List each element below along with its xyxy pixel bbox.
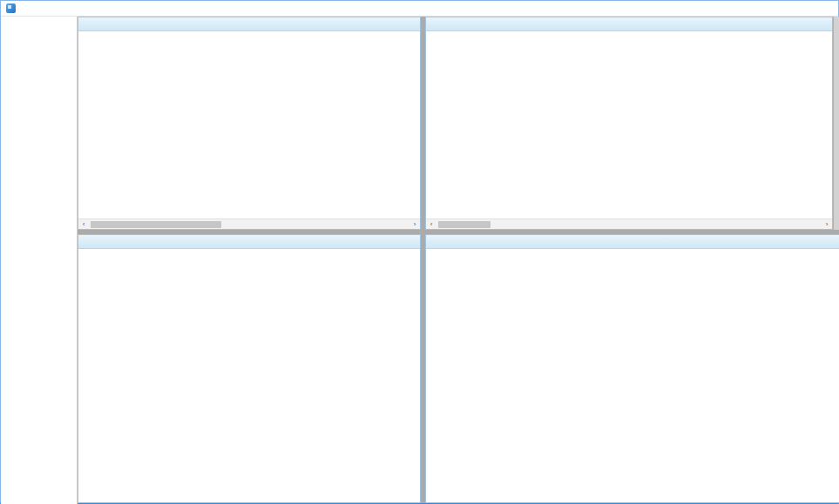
calibration-panel: [425, 234, 839, 503]
maximize-button[interactable]: [793, 1, 815, 16]
scroll-thumb[interactable]: [438, 221, 491, 228]
app-icon: [6, 3, 16, 13]
scroll-thumb[interactable]: [91, 221, 221, 228]
close-button[interactable]: [815, 1, 838, 16]
minimize-button[interactable]: [770, 1, 793, 16]
scroll-right-icon[interactable]: ›: [822, 219, 832, 230]
collapsed-pane-strip[interactable]: [833, 17, 839, 230]
application-window: ‹ › ‹ ›: [0, 0, 839, 504]
compound-info-panel: [78, 234, 421, 503]
panel-header[interactable]: [78, 235, 420, 249]
title-bar: [1, 1, 838, 17]
horizontal-scrollbar[interactable]: ‹ ›: [426, 218, 832, 229]
horizontal-scrollbar[interactable]: ‹ ›: [78, 218, 420, 229]
panel-header[interactable]: [426, 235, 839, 249]
sample-list-panel: ‹ ›: [78, 17, 421, 230]
scroll-right-icon[interactable]: ›: [409, 219, 420, 230]
quant-results-panel: ‹ ›: [425, 17, 833, 230]
panel-header[interactable]: [426, 17, 832, 31]
scroll-left-icon[interactable]: ‹: [78, 219, 89, 230]
panel-header[interactable]: [78, 17, 420, 31]
scroll-left-icon[interactable]: ‹: [426, 219, 436, 230]
sidebar: [1, 17, 78, 504]
